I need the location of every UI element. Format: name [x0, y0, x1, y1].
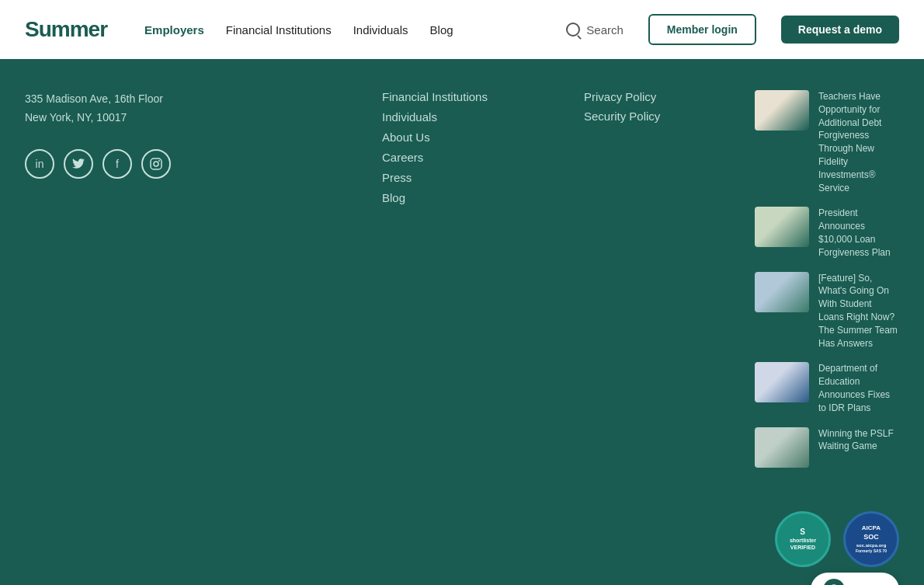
news-item: President Announces $10,000 Loan Forgive… — [755, 207, 899, 259]
news-item: Department of Education Announces Fixes … — [755, 362, 899, 414]
revain-widget[interactable]: Revain — [811, 573, 899, 585]
nav-blog[interactable]: Blog — [430, 23, 453, 37]
address-line1: 335 Madison Ave, 16th Floor — [25, 90, 382, 109]
security-policy-link[interactable]: Security Policy — [584, 110, 739, 123]
address-block: 335 Madison Ave, 16th Floor New York, NY… — [25, 90, 382, 127]
footer-nav-item: Careers — [382, 151, 584, 165]
news-text-president[interactable]: President Announces $10,000 Loan Forgive… — [818, 207, 899, 259]
shortlister-badge: S shortlister VERIFIED — [775, 511, 831, 567]
member-login-button[interactable]: Member login — [648, 14, 756, 45]
footer-link-fi[interactable]: Financial Institutions — [382, 90, 488, 103]
news-text-feature[interactable]: [Feature] So, What's Going On With Stude… — [818, 272, 899, 350]
footer-nav-list: Financial Institutions Individuals About… — [382, 90, 584, 205]
main-content: 335 Madison Ave, 16th Floor New York, NY… — [0, 59, 924, 511]
svg-point-1 — [154, 162, 158, 166]
linkedin-icon[interactable]: in — [25, 149, 54, 179]
news-text-fidelity[interactable]: Teachers Have Opportunity for Additional… — [818, 90, 899, 194]
news-column: Teachers Have Opportunity for Additional… — [739, 90, 899, 480]
search-label: Search — [586, 23, 624, 37]
news-thumb-dept — [755, 362, 809, 402]
footer-nav-column: Financial Institutions Individuals About… — [382, 90, 584, 480]
footer-link-about[interactable]: About Us — [382, 131, 430, 144]
search-icon — [566, 23, 580, 37]
left-column: 335 Madison Ave, 16th Floor New York, NY… — [25, 90, 382, 480]
footer-link-individuals[interactable]: Individuals — [382, 110, 437, 124]
privacy-policy-link[interactable]: Privacy Policy — [584, 90, 739, 103]
policy-column: Privacy Policy Security Policy — [584, 90, 739, 480]
instagram-icon[interactable] — [141, 149, 171, 179]
footer-nav-item: Blog — [382, 191, 584, 205]
logo[interactable]: Summer — [25, 17, 107, 42]
nav-individuals[interactable]: Individuals — [353, 23, 408, 37]
news-item: Winning the PSLF Waiting Game — [755, 427, 899, 468]
news-item: Teachers Have Opportunity for Additional… — [755, 90, 899, 194]
footer-nav-item: Financial Institutions — [382, 90, 584, 104]
nav-links: Employers Financial Institutions Individ… — [144, 23, 541, 37]
footer-nav-item: About Us — [382, 131, 584, 145]
footer-nav-item: Press — [382, 171, 584, 185]
address-line2: New York, NY, 10017 — [25, 109, 382, 127]
svg-point-2 — [158, 160, 160, 162]
footer-nav-item: Individuals — [382, 110, 584, 124]
navbar: Summer Employers Financial Institutions … — [0, 0, 924, 59]
svg-rect-0 — [151, 158, 162, 169]
news-thumb-fidelity — [755, 90, 809, 131]
news-item: [Feature] So, What's Going On With Stude… — [755, 272, 899, 350]
news-text-dept[interactable]: Department of Education Announces Fixes … — [818, 362, 899, 414]
news-thumb-feature — [755, 272, 809, 312]
news-thumb-pslf — [755, 427, 809, 468]
footer-link-blog[interactable]: Blog — [382, 191, 405, 204]
aicpa-badge: AICPA SOC soc.aicpa.org Formerly SAS 70 — [843, 511, 899, 567]
twitter-icon[interactable] — [64, 149, 93, 179]
request-demo-button[interactable]: Request a demo — [781, 16, 899, 44]
nav-financial[interactable]: Financial Institutions — [226, 23, 332, 37]
news-text-pslf[interactable]: Winning the PSLF Waiting Game — [818, 427, 899, 454]
footer-link-careers[interactable]: Careers — [382, 151, 423, 164]
search-container[interactable]: Search — [566, 23, 624, 37]
social-icons: in f — [25, 149, 382, 179]
revain-icon — [823, 579, 845, 585]
badges-row: S shortlister VERIFIED AICPA SOC soc.aic… — [0, 511, 924, 567]
footer-link-press[interactable]: Press — [382, 171, 412, 184]
facebook-icon[interactable]: f — [102, 149, 132, 179]
nav-employers[interactable]: Employers — [144, 23, 204, 37]
news-thumb-president — [755, 207, 809, 247]
